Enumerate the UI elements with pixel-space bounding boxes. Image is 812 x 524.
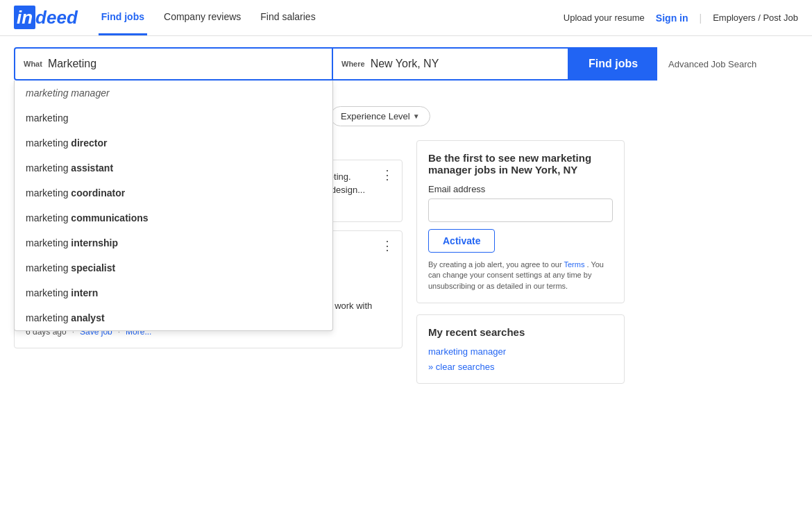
job-options-button-1[interactable]: ⋮ (381, 239, 394, 252)
autocomplete-item-3[interactable]: marketing assistant (15, 155, 332, 180)
autocomplete-item-0[interactable]: marketing manager (15, 81, 332, 105)
recent-searches-title: My recent searches (428, 326, 613, 338)
experience-level-filter[interactable]: Experience Level ▼ (330, 106, 430, 126)
email-label: Email address (428, 184, 613, 194)
upload-resume-link[interactable]: Upload your resume (564, 12, 645, 23)
clear-searches-link[interactable]: » clear searches (428, 362, 494, 372)
autocomplete-dropdown: marketing manager marketing marketing di… (14, 81, 333, 331)
autocomplete-item-6[interactable]: marketing internship (15, 230, 332, 255)
recent-searches-panel: My recent searches marketing manager » c… (416, 314, 625, 384)
autocomplete-item-1[interactable]: marketing (15, 105, 332, 130)
logo[interactable]: indeed (14, 7, 78, 28)
sign-in-link[interactable]: Sign in (656, 12, 688, 24)
where-input[interactable] (371, 58, 559, 70)
what-label: What (24, 60, 42, 68)
terms-text: By creating a job alert, you agree to ou… (428, 260, 613, 291)
what-input[interactable] (48, 58, 323, 70)
what-search-box: What (14, 47, 333, 81)
nav-find-jobs[interactable]: Find jobs (99, 0, 147, 35)
employers-post-job-link[interactable]: Employers / Post Job (713, 12, 798, 23)
terms-link[interactable]: Terms (564, 260, 584, 269)
find-jobs-button[interactable]: Find jobs (569, 47, 657, 81)
where-label: Where (341, 60, 365, 68)
recent-search-link[interactable]: marketing manager (428, 346, 613, 357)
experience-dropdown-arrow: ▼ (413, 112, 420, 120)
search-row: What Where Find jobs Advanced Job Search… (14, 47, 798, 81)
nav-company-reviews[interactable]: Company reviews (161, 0, 244, 35)
autocomplete-item-7[interactable]: marketing specialist (15, 255, 332, 280)
autocomplete-item-9[interactable]: marketing analyst (15, 305, 332, 330)
alert-panel-title: Be the first to see new marketing manage… (428, 152, 613, 176)
advanced-job-search-link[interactable]: Advanced Job Search (668, 59, 756, 69)
autocomplete-item-2[interactable]: marketing director (15, 130, 332, 155)
email-input[interactable] (428, 198, 613, 222)
alert-panel: Be the first to see new marketing manage… (416, 140, 625, 303)
header-right: Upload your resume Sign in | Employers /… (564, 12, 798, 24)
job-options-button-0[interactable]: ⋮ (381, 169, 394, 181)
activate-button[interactable]: Activate (428, 229, 495, 253)
autocomplete-item-8[interactable]: marketing intern (15, 280, 332, 305)
header: indeed Find jobs Company reviews Find sa… (0, 0, 812, 36)
search-area: What Where Find jobs Advanced Job Search… (0, 36, 812, 81)
header-divider: | (700, 12, 702, 24)
autocomplete-item-4[interactable]: marketing coordinator (15, 180, 332, 205)
sidebar-column: Be the first to see new marketing manage… (416, 140, 625, 395)
where-search-box: Where (333, 47, 569, 81)
autocomplete-item-5[interactable]: marketing communications (15, 205, 332, 230)
nav-find-salaries[interactable]: Find salaries (257, 0, 318, 35)
main-nav: Find jobs Company reviews Find salaries (99, 0, 319, 35)
